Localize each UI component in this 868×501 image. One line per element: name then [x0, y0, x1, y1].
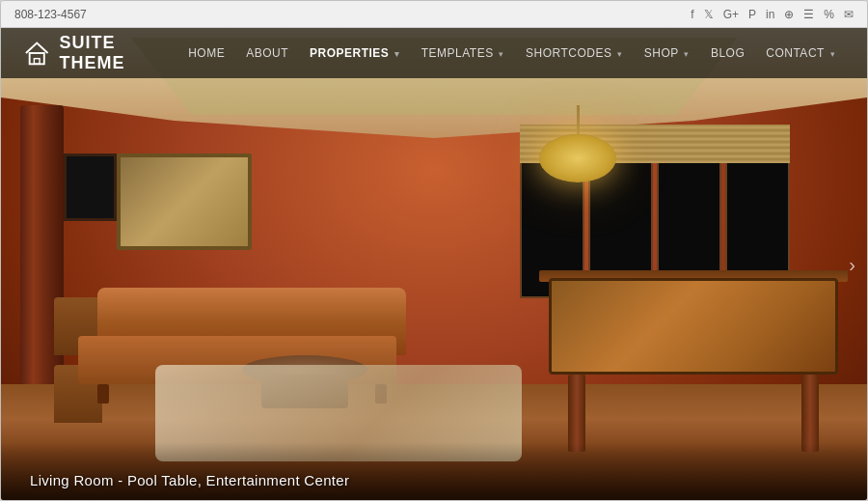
sofa-leg-left [97, 384, 109, 404]
site-wrapper: Living Room - Pool Table, Entertainment … [1, 28, 867, 500]
linkedin-icon[interactable]: in [766, 8, 774, 21]
caption-overlay: Living Room - Pool Table, Entertainment … [1, 442, 867, 500]
hero-caption: Living Room - Pool Table, Entertainment … [30, 472, 349, 488]
nav-templates[interactable]: TEMPLATES ▾ [413, 41, 513, 66]
chandelier-chain [577, 105, 580, 134]
pinterest-icon[interactable]: P [748, 8, 756, 21]
website-icon[interactable]: ⊕ [784, 8, 794, 21]
shop-chevron: ▾ [684, 49, 690, 59]
nav-shortcodes[interactable]: SHORTCODES ▾ [517, 41, 632, 66]
site-header: SUITE THEME HOME ABOUT PROPERTIES ▾ TEMP… [1, 28, 867, 78]
tv-screen [64, 153, 117, 221]
contact-chevron: ▾ [830, 49, 836, 59]
share-icon[interactable]: % [824, 8, 834, 21]
hero-image: Living Room - Pool Table, Entertainment … [1, 28, 867, 500]
nav-contact[interactable]: CONTACT ▾ [757, 41, 844, 66]
browser-window: 808-123-4567 f 𝕏 G+ P in ⊕ ☰ % ✉ [0, 0, 868, 501]
main-navigation: HOME ABOUT PROPERTIES ▾ TEMPLATES ▾ SHOR… [179, 41, 844, 66]
nav-shop[interactable]: SHOP ▾ [636, 41, 698, 66]
nav-about[interactable]: ABOUT [237, 41, 297, 66]
chandelier [539, 105, 616, 182]
nav-properties[interactable]: PROPERTIES ▾ [301, 41, 409, 66]
facebook-icon[interactable]: f [691, 8, 693, 21]
social-icons: f 𝕏 G+ P in ⊕ ☰ % ✉ [691, 8, 854, 21]
phone-number: 808-123-4567 [14, 8, 87, 21]
logo-text: SUITE THEME [59, 33, 179, 73]
wall-artwork [117, 153, 252, 250]
googleplus-icon[interactable]: G+ [723, 8, 739, 21]
nav-home[interactable]: HOME [179, 41, 233, 66]
top-bar: 808-123-4567 f 𝕏 G+ P in ⊕ ☰ % ✉ [1, 1, 867, 28]
chandelier-body [539, 134, 616, 182]
shortcodes-chevron: ▾ [617, 49, 623, 59]
logo-house-icon [24, 40, 49, 67]
nav-blog[interactable]: BLOG [702, 41, 753, 66]
pool-table [539, 278, 848, 452]
menu-icon[interactable]: ☰ [803, 8, 814, 21]
pool-table-surface [549, 278, 838, 375]
templates-chevron: ▾ [499, 49, 504, 59]
pool-table-legs [539, 375, 848, 452]
next-arrow[interactable]: › [849, 253, 855, 275]
properties-chevron: ▾ [394, 49, 400, 59]
twitter-icon[interactable]: 𝕏 [704, 8, 714, 21]
logo[interactable]: SUITE THEME [24, 33, 179, 73]
pool-leg-1 [568, 375, 585, 452]
pool-leg-2 [801, 375, 819, 452]
email-icon[interactable]: ✉ [844, 8, 854, 21]
hero-section: Living Room - Pool Table, Entertainment … [1, 28, 867, 500]
